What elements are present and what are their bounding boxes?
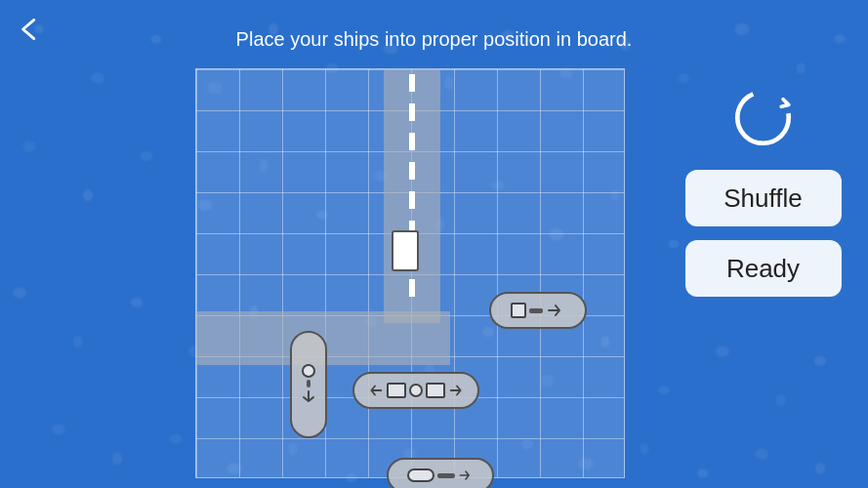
ship-4-circle — [302, 364, 315, 378]
rotate-icon — [726, 81, 800, 154]
ship-2-icon — [511, 301, 565, 320]
svg-point-0 — [737, 92, 789, 143]
ship-4-connector — [307, 380, 310, 387]
ship-3-body — [387, 383, 406, 398]
ready-button[interactable]: Ready — [685, 240, 842, 297]
header: Place your ships into proper position in… — [0, 0, 868, 68]
ready-label: Ready — [726, 254, 800, 284]
ship-5-barrel — [437, 473, 455, 478]
vertical-road — [384, 69, 440, 323]
ship-barrel-icon — [529, 308, 543, 313]
shuffle-label: Shuffle — [723, 183, 802, 214]
ship-3-body2 — [426, 383, 445, 398]
arrow-right2-icon — [448, 382, 466, 399]
ship-3[interactable] — [352, 372, 479, 409]
ship-5[interactable] — [387, 458, 494, 488]
ship-5-icon — [407, 468, 474, 483]
back-button[interactable] — [10, 10, 49, 49]
arrow-right3-icon — [458, 468, 474, 483]
shuffle-button[interactable]: Shuffle — [685, 170, 842, 226]
ship-3-icon — [366, 382, 466, 399]
game-grid[interactable] — [195, 68, 625, 478]
rotate-button[interactable] — [724, 78, 803, 156]
arrow-left-icon — [366, 382, 384, 399]
road-dashes-vertical — [409, 74, 415, 308]
right-panel: Shuffle Ready — [678, 78, 848, 297]
ship-3-circle — [409, 384, 423, 397]
game-board-container — [195, 68, 625, 478]
arrow-right-icon — [546, 301, 565, 320]
ship-turret-icon — [511, 303, 526, 318]
instruction-text: Place your ships into proper position in… — [236, 28, 633, 51]
ship-1[interactable] — [392, 230, 419, 271]
ship-5-oval — [407, 468, 434, 482]
ship-4[interactable] — [290, 331, 327, 438]
arrow-down-icon — [299, 389, 318, 405]
ship-2[interactable] — [489, 292, 587, 329]
